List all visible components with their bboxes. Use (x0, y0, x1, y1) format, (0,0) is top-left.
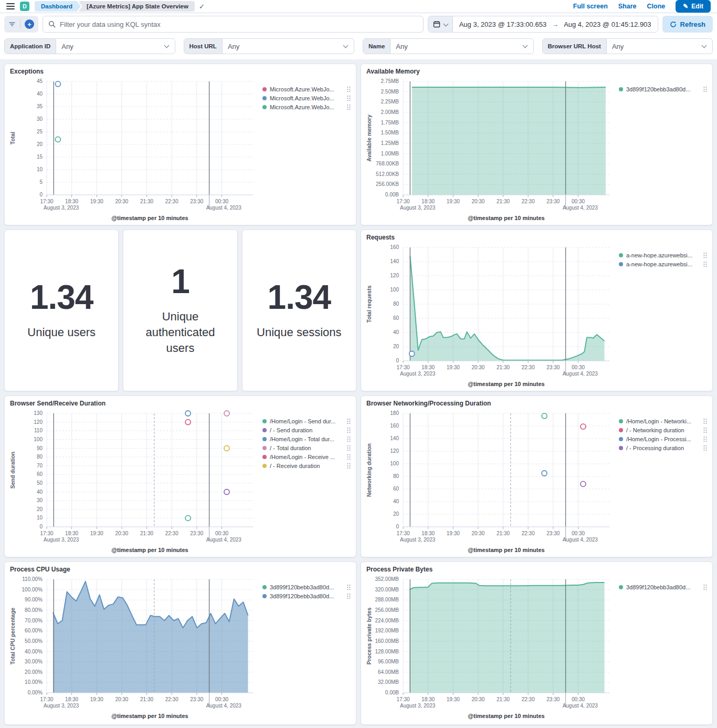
add-filter-button[interactable]: + (24, 19, 35, 29)
legend-actions-icon[interactable] (703, 252, 707, 258)
legend-item[interactable]: 3d899f120bebb3ad80d... (619, 583, 707, 591)
svg-text:18:30: 18:30 (65, 696, 78, 702)
legend-item[interactable]: /Home/Login - Total dur... (262, 434, 351, 443)
legend-item[interactable]: /Home/Login - Receive ... (262, 452, 351, 461)
svg-text:64.00MB: 64.00MB (378, 669, 399, 675)
legend-actions-icon[interactable] (347, 436, 351, 442)
filter-host-url[interactable]: Host URL Any (184, 38, 355, 54)
svg-text:19:30: 19:30 (90, 531, 103, 536)
svg-text:22:30: 22:30 (522, 696, 535, 702)
svg-text:20:30: 20:30 (471, 696, 484, 702)
legend-item[interactable]: / - Networking duration (619, 425, 707, 434)
breadcrumb-dashboard[interactable]: Dashboard (35, 1, 81, 12)
legend-item[interactable]: /Home/Login - Processi... (619, 434, 707, 443)
chart-svg[interactable]: 45403530252015105017:3018:3019:3020:3021… (10, 76, 260, 223)
svg-text:August 3, 2023: August 3, 2023 (400, 703, 436, 709)
series-color-dot (262, 446, 267, 450)
svg-text:21:30: 21:30 (140, 696, 153, 702)
space-avatar[interactable]: D (20, 2, 29, 11)
legend-actions-icon[interactable] (347, 463, 351, 469)
legend-item[interactable]: / - Processing duration (619, 443, 707, 452)
svg-text:80: 80 (393, 301, 399, 307)
legend-actions-icon[interactable] (703, 86, 707, 92)
legend-item[interactable]: Microsoft.Azure.WebJo... (262, 102, 351, 111)
legend-item[interactable]: /Home/Login - Networki... (619, 417, 707, 425)
svg-text:80: 80 (37, 454, 43, 460)
chart-svg[interactable]: 18016014012010080604020017:3018:3019:302… (366, 408, 617, 555)
legend-item[interactable]: a-new-hope.azurewebsi... (619, 259, 707, 268)
svg-text:17:30: 17:30 (40, 199, 53, 204)
legend-item[interactable]: 3d899f120bebb3ad80d... (262, 583, 351, 591)
legend-item[interactable]: / - Receive duration (262, 461, 351, 470)
svg-text:60: 60 (393, 315, 399, 321)
svg-text:5: 5 (39, 179, 43, 185)
chart-svg[interactable]: 2.75MB2.50MB2.25MB2.00MB1.75MB1.50MB1.25… (366, 76, 617, 223)
series-color-dot (619, 419, 623, 423)
svg-text:60: 60 (37, 471, 43, 477)
svg-text:17:30: 17:30 (396, 199, 409, 204)
legend-actions-icon[interactable] (347, 95, 351, 101)
metric-value: 1.34 (268, 280, 331, 314)
chevron-down-icon (702, 43, 707, 48)
legend-item[interactable]: 3d899f120bebb3ad80d... (262, 591, 351, 600)
legend-actions-icon[interactable] (347, 418, 351, 424)
series-color-dot (619, 437, 623, 441)
legend-actions-icon[interactable] (703, 261, 707, 267)
legend-actions-icon[interactable] (347, 454, 351, 460)
svg-text:August 4, 2023: August 4, 2023 (206, 703, 242, 709)
legend-item[interactable]: /Home/Login - Send dur... (262, 417, 351, 425)
date-from[interactable]: Aug 3, 2023 @ 17:33:00.653 (459, 20, 546, 28)
legend-item[interactable]: a-new-hope.azurewebsi... (619, 251, 707, 259)
filter-name[interactable]: Name Any (363, 38, 534, 54)
calendar-menu-button[interactable] (428, 16, 453, 32)
chart-svg[interactable]: 110.00%100.00%90.00%80.00%70.00%60.00%50… (10, 574, 260, 721)
svg-text:Networking duration: Networking duration (366, 443, 372, 497)
svg-text:192.00MB: 192.00MB (375, 628, 399, 633)
legend-item[interactable]: / - Total duration (262, 443, 351, 452)
share-link[interactable]: Share (618, 3, 637, 10)
legend-item[interactable]: Microsoft.Azure.WebJo... (262, 85, 351, 93)
legend-actions-icon[interactable] (347, 427, 351, 433)
legend: /Home/Login - Networki.../ - Networking … (617, 408, 707, 555)
svg-text:32.00MB: 32.00MB (378, 679, 399, 685)
metric-panels: 1.34 Unique users 1 Unique authenticated… (4, 230, 356, 391)
legend-item[interactable]: / - Send duration (262, 425, 351, 434)
filter-browser-url-host[interactable]: Browser URL Host Any (542, 38, 713, 54)
svg-text:@timestamp per 10 minutes: @timestamp per 10 minutes (111, 713, 188, 719)
breadcrumb-current[interactable]: [Azure Metrics] App State Overview (78, 1, 195, 12)
chart-svg[interactable]: 16014012010080604020017:3018:3019:3020:3… (366, 242, 617, 389)
kql-search-input[interactable] (60, 20, 418, 28)
clone-link[interactable]: Clone (647, 3, 666, 10)
svg-text:160.00MB: 160.00MB (375, 638, 399, 644)
svg-text:Available memory: Available memory (366, 115, 372, 162)
panel-exceptions: Exceptions 45403530252015105017:3018:301… (4, 64, 356, 225)
date-to[interactable]: Aug 4, 2023 @ 01:45:12.903 (564, 20, 651, 28)
legend-actions-icon[interactable] (347, 104, 351, 110)
legend-item[interactable]: Microsoft.Azure.WebJo... (262, 93, 351, 102)
refresh-button[interactable]: Refresh (662, 16, 713, 33)
legend-actions-icon[interactable] (703, 427, 707, 433)
filter-application-id[interactable]: Application ID Any (4, 38, 175, 54)
chart-svg[interactable]: 352.00MB320.00MB288.00MB256.00MB224.00MB… (366, 574, 617, 721)
legend-actions-icon[interactable] (703, 418, 707, 424)
series-color-dot (262, 464, 267, 468)
chart-svg[interactable]: 130120110100908070605040302010017:3018:3… (10, 408, 260, 555)
legend-actions-icon[interactable] (347, 445, 351, 451)
legend-item[interactable]: 3d899f120bebb3ad80d... (619, 85, 707, 93)
legend-actions-icon[interactable] (703, 445, 707, 451)
legend-actions-icon[interactable] (347, 86, 351, 92)
filter-funnel-icon[interactable] (7, 20, 17, 28)
svg-text:512.00KB: 512.00KB (376, 171, 399, 177)
svg-text:00:30: 00:30 (572, 365, 585, 370)
panel-title: Available Memory (366, 67, 707, 76)
legend-actions-icon[interactable] (703, 584, 707, 590)
legend-actions-icon[interactable] (703, 436, 707, 442)
full-screen-link[interactable]: Full screen (573, 3, 608, 10)
filter-controls: Application ID Any Host URL Any Name Any… (0, 35, 717, 59)
legend-actions-icon[interactable] (347, 584, 351, 590)
svg-text:20:30: 20:30 (471, 365, 484, 370)
edit-button[interactable]: ✎ Edit (676, 0, 711, 13)
menu-icon[interactable] (6, 3, 15, 9)
legend-actions-icon[interactable] (347, 593, 351, 599)
panel-title: Exceptions (10, 67, 351, 76)
